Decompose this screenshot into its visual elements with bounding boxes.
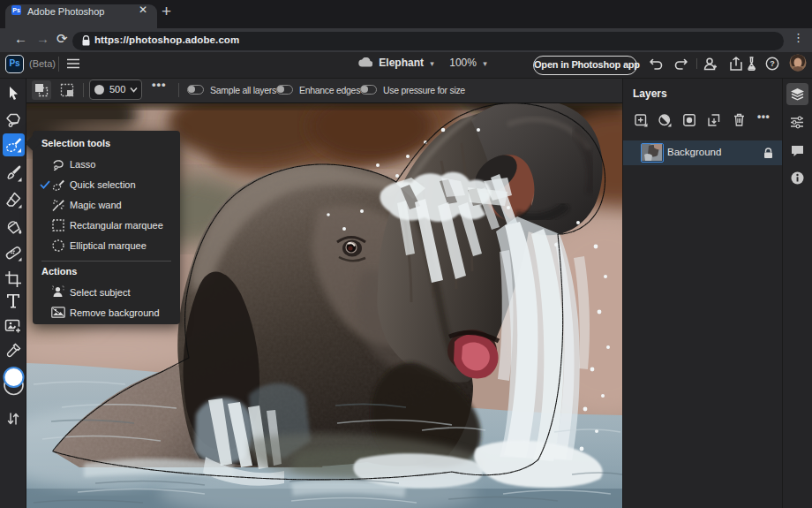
svg-text:?: ? <box>770 59 775 68</box>
